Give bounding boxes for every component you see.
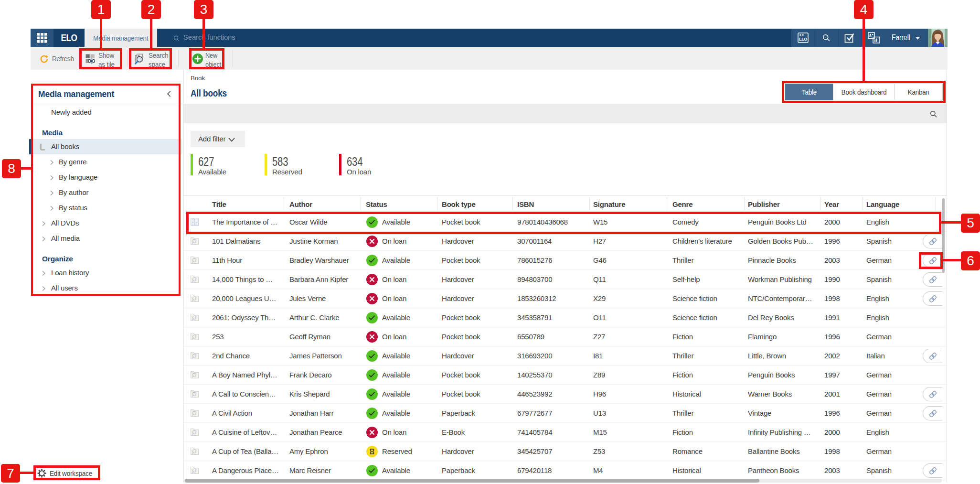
svg-text:ELO: ELO <box>799 37 807 42</box>
